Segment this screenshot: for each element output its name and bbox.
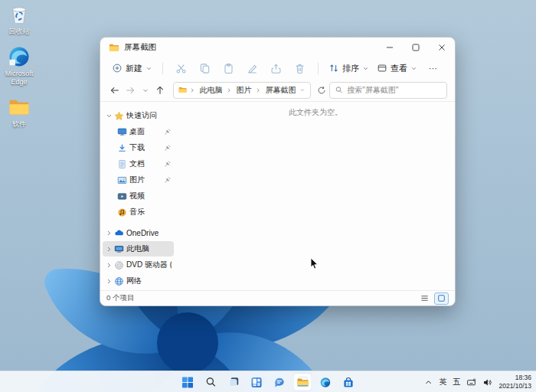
maximize-button[interactable]	[403, 38, 429, 57]
pin-icon	[164, 128, 172, 136]
sidebar-item-documents[interactable]: 文档	[103, 156, 174, 172]
recent-locations-button[interactable]	[139, 82, 152, 99]
chevron-down-icon	[145, 65, 152, 72]
copy-icon[interactable]	[199, 63, 211, 74]
sidebar-item-this-pc[interactable]: 此电脑	[103, 241, 174, 256]
edge-icon[interactable]	[316, 373, 335, 391]
store-icon[interactable]	[339, 373, 358, 391]
more-options-button[interactable]: ⋯	[429, 64, 438, 74]
network-icon[interactable]	[466, 377, 476, 387]
ime-mode-indicator[interactable]: 五	[453, 377, 460, 387]
file-explorer-window: 屏幕截图 新建 排序	[100, 37, 456, 306]
breadcrumb-this-pc[interactable]: 此电脑	[198, 84, 224, 96]
view-button-label: 查看	[391, 63, 407, 74]
sidebar-item-label: 文档	[129, 158, 145, 169]
sidebar-item-pictures[interactable]: 图片	[103, 172, 174, 188]
details-view-button[interactable]	[417, 292, 432, 305]
recycle-bin-icon	[8, 3, 31, 26]
sidebar-item-label: 此电脑	[126, 243, 149, 254]
chevron-expanded-icon[interactable]	[105, 112, 113, 120]
delete-icon[interactable]	[294, 63, 306, 74]
refresh-button[interactable]	[315, 83, 328, 98]
downloads-folder-icon	[117, 143, 127, 153]
search-box[interactable]	[329, 82, 447, 99]
address-breadcrumb-box[interactable]: 此电脑 图片 屏幕截图	[173, 82, 311, 99]
up-button[interactable]	[153, 82, 167, 99]
address-dropdown-icon[interactable]	[299, 87, 306, 93]
chat-icon[interactable]	[270, 373, 289, 391]
paste-icon[interactable]	[223, 63, 234, 74]
close-button[interactable]	[429, 38, 455, 57]
sidebar-item-videos[interactable]: 视频	[103, 188, 174, 204]
cut-icon[interactable]	[175, 63, 187, 74]
breadcrumb-separator-icon	[189, 87, 195, 93]
sidebar-item-dvd-drive[interactable]: DVD 驱动器 (D:) C	[103, 257, 174, 273]
taskbar-clock[interactable]: 18:36 2021/10/13	[498, 374, 531, 390]
sidebar-item-music[interactable]: 音乐	[103, 204, 174, 220]
sidebar-item-desktop[interactable]: 桌面	[103, 124, 174, 139]
documents-folder-icon	[117, 159, 127, 169]
chevron-collapsed-icon[interactable]	[105, 229, 113, 237]
quick-access-star-icon	[114, 111, 124, 121]
sidebar-item-label: DVD 驱动器 (D:) C	[126, 260, 172, 270]
pin-icon	[164, 176, 172, 184]
start-icon[interactable]	[178, 373, 198, 391]
search-input[interactable]	[347, 86, 441, 94]
sidebar-item-onedrive[interactable]: OneDrive	[103, 225, 174, 240]
desktop-icon-list: 回收站 Microsoft Edge 软件	[2, 3, 37, 128]
breadcrumb-pictures[interactable]: 图片	[234, 84, 253, 96]
chevron-collapsed-icon[interactable]	[105, 277, 113, 286]
breadcrumb-screenshots[interactable]: 屏幕截图	[263, 84, 297, 96]
window-controls	[377, 38, 455, 57]
ime-language-indicator[interactable]: 英	[439, 377, 446, 387]
sidebar-item-label: 视频	[129, 191, 145, 201]
chevron-down-icon	[362, 65, 369, 72]
rename-icon[interactable]	[247, 63, 258, 74]
system-tray: 英 五 18:36 2021/10/13	[424, 371, 531, 392]
desktop-icon-recycle-bin[interactable]: 回收站	[2, 3, 37, 35]
share-icon[interactable]	[270, 63, 282, 74]
dvd-disc-icon	[114, 260, 124, 270]
network-globe-icon	[114, 276, 124, 286]
pin-icon	[164, 144, 172, 152]
sidebar-item-network[interactable]: 网络	[103, 273, 174, 289]
sidebar-item-quick-access[interactable]: 快速访问	[103, 108, 174, 123]
desktop-icon-folder[interactable]: 软件	[2, 96, 37, 128]
command-bar: 新建 排序 查看 ⋯	[100, 57, 455, 79]
volume-icon[interactable]	[482, 377, 492, 387]
sort-button-label: 排序	[342, 63, 359, 74]
chevron-collapsed-icon[interactable]	[105, 261, 113, 270]
chevron-collapsed-icon[interactable]	[105, 245, 113, 253]
sidebar-item-label: 网络	[126, 276, 142, 286]
widgets-icon[interactable]	[247, 373, 266, 391]
toolbar-divider	[318, 63, 319, 74]
back-button[interactable]	[108, 82, 122, 99]
clock-time: 18:36	[515, 374, 531, 381]
view-layout-icon	[377, 63, 387, 74]
folder-icon	[8, 96, 31, 119]
status-bar: 0 个项目	[100, 290, 455, 305]
desktop-icon-label: Microsoft Edge	[2, 70, 37, 86]
view-button[interactable]: 查看	[373, 60, 421, 77]
tray-chevron-up-icon[interactable]	[424, 378, 433, 387]
title-bar[interactable]: 屏幕截图	[100, 38, 455, 57]
sort-button[interactable]: 排序	[325, 60, 373, 77]
videos-folder-icon	[117, 191, 127, 201]
pin-icon	[164, 160, 172, 168]
window-body: 快速访问 桌面 下载 文档	[100, 102, 455, 290]
desktop: 回收站 Microsoft Edge 软件 屏幕截图	[0, 0, 536, 392]
taskbar-center-icons	[178, 373, 358, 391]
desktop-icon-edge[interactable]: Microsoft Edge	[2, 45, 37, 86]
file-explorer-icon[interactable]	[293, 373, 312, 391]
window-title: 屏幕截图	[124, 42, 156, 53]
sidebar-item-label: 桌面	[129, 126, 145, 137]
search-icon[interactable]	[201, 373, 221, 391]
task-view-icon[interactable]	[224, 373, 243, 391]
sidebar-item-label: OneDrive	[126, 229, 159, 237]
sidebar-item-downloads[interactable]: 下载	[103, 140, 174, 155]
new-button[interactable]: 新建	[108, 60, 156, 77]
large-icons-view-button[interactable]	[434, 292, 449, 305]
minimize-button[interactable]	[377, 38, 403, 57]
forward-button[interactable]	[123, 82, 137, 99]
navigation-pane: 快速访问 桌面 下载 文档	[100, 102, 176, 290]
